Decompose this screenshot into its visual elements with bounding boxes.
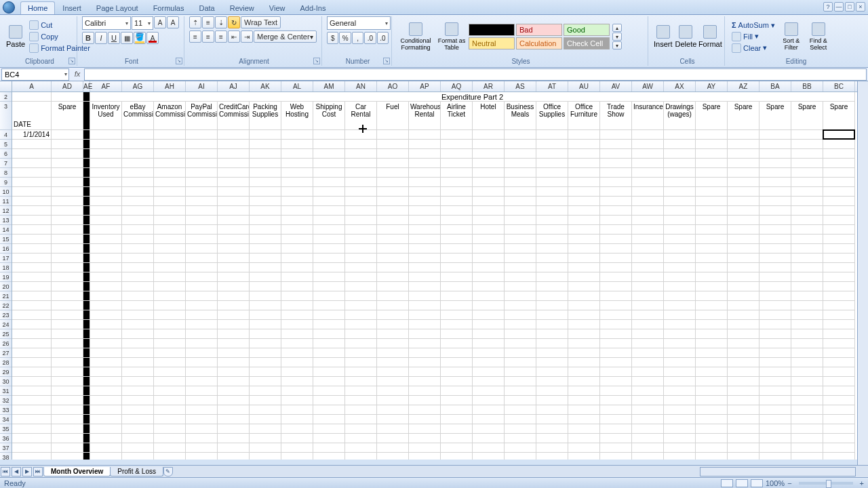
cell[interactable]: OfficeSupplies — [536, 102, 568, 130]
cell[interactable] — [186, 348, 218, 358]
cell[interactable] — [823, 272, 855, 282]
cell[interactable] — [536, 159, 568, 168]
align-left-button[interactable]: ≡ — [189, 30, 201, 43]
cell[interactable] — [90, 320, 122, 329]
cell[interactable] — [505, 424, 536, 434]
cell[interactable] — [281, 253, 313, 263]
cell[interactable] — [12, 434, 52, 443]
cell[interactable] — [568, 282, 600, 291]
cell[interactable] — [791, 348, 823, 358]
dec-decimal-button[interactable]: .0 — [377, 32, 389, 44]
cell[interactable] — [600, 453, 632, 460]
cell[interactable] — [83, 320, 90, 329]
cell[interactable] — [83, 263, 90, 272]
cell[interactable] — [122, 159, 154, 168]
cell[interactable] — [823, 301, 855, 310]
cell[interactable] — [154, 235, 186, 244]
cell[interactable] — [791, 272, 823, 282]
cell[interactable] — [441, 301, 473, 310]
cell[interactable] — [664, 130, 696, 140]
cell[interactable] — [632, 386, 664, 396]
cell[interactable] — [12, 348, 52, 358]
cell[interactable] — [83, 178, 90, 187]
cell[interactable] — [728, 235, 760, 244]
cell[interactable] — [154, 310, 186, 320]
cell[interactable] — [632, 206, 664, 216]
cell[interactable] — [313, 367, 345, 377]
cell[interactable] — [90, 235, 122, 244]
cell[interactable] — [728, 244, 760, 253]
cell[interactable] — [218, 367, 250, 377]
cell[interactable] — [568, 263, 600, 272]
cell[interactable] — [823, 159, 855, 168]
cell[interactable] — [760, 310, 791, 320]
sheet-tab[interactable]: Month Overview — [43, 467, 111, 476]
cell[interactable] — [696, 149, 728, 159]
cell[interactable]: AmazonCommission — [154, 102, 186, 130]
cell[interactable] — [218, 453, 250, 460]
cell[interactable] — [154, 424, 186, 434]
cell[interactable] — [313, 377, 345, 386]
cell[interactable] — [154, 320, 186, 329]
cell[interactable] — [90, 386, 122, 396]
merged-title[interactable]: Expenditure Part 2 — [90, 92, 855, 102]
cell[interactable] — [83, 235, 90, 244]
cell[interactable] — [12, 187, 52, 197]
cell[interactable] — [313, 140, 345, 149]
cell[interactable] — [728, 405, 760, 415]
cell[interactable] — [122, 140, 154, 149]
align-right-button[interactable]: ≡ — [215, 30, 227, 43]
cell[interactable] — [345, 405, 377, 415]
cell[interactable]: Spare — [823, 102, 855, 130]
cell[interactable] — [473, 282, 505, 291]
cell[interactable] — [760, 339, 791, 348]
cell[interactable] — [760, 272, 791, 282]
cell[interactable] — [823, 443, 855, 453]
page-break-view-button[interactable] — [751, 479, 763, 487]
cell[interactable] — [52, 453, 83, 460]
cell[interactable] — [313, 386, 345, 396]
cell[interactable] — [505, 348, 536, 358]
cell[interactable] — [409, 244, 441, 253]
cell[interactable] — [154, 130, 186, 140]
autosum-button[interactable]: Σ AutoSum ▾ — [730, 20, 777, 30]
cell[interactable] — [664, 187, 696, 197]
cell[interactable] — [728, 168, 760, 178]
cell[interactable] — [473, 348, 505, 358]
cell[interactable] — [281, 187, 313, 197]
row-header[interactable]: 37 — [0, 443, 12, 453]
cell[interactable] — [696, 130, 728, 140]
row-header[interactable]: 13 — [0, 216, 12, 225]
cell[interactable] — [536, 149, 568, 159]
cell[interactable] — [186, 187, 218, 197]
cell[interactable] — [281, 405, 313, 415]
cell[interactable] — [250, 377, 281, 386]
tab-nav-next[interactable]: ▶ — [22, 467, 32, 476]
cell[interactable] — [90, 140, 122, 149]
cell[interactable] — [154, 415, 186, 424]
cell[interactable] — [600, 443, 632, 453]
cell[interactable] — [696, 272, 728, 282]
cell[interactable] — [505, 339, 536, 348]
cell[interactable] — [12, 310, 52, 320]
cell[interactable] — [345, 348, 377, 358]
cell[interactable] — [186, 443, 218, 453]
cell[interactable] — [791, 206, 823, 216]
cell[interactable] — [696, 178, 728, 187]
cell[interactable] — [122, 272, 154, 282]
cell[interactable] — [90, 244, 122, 253]
zoom-in-button[interactable]: + — [860, 479, 864, 487]
cell[interactable] — [728, 291, 760, 301]
cell[interactable] — [52, 291, 83, 301]
cell[interactable] — [186, 329, 218, 339]
cell[interactable] — [441, 244, 473, 253]
cell[interactable] — [90, 253, 122, 263]
cell[interactable] — [760, 253, 791, 263]
cell[interactable] — [409, 225, 441, 235]
cell[interactable] — [664, 358, 696, 367]
cell[interactable] — [536, 453, 568, 460]
cell[interactable] — [154, 272, 186, 282]
conditional-formatting-button[interactable]: Conditional Formatting — [397, 17, 435, 56]
cell[interactable] — [505, 386, 536, 396]
cell[interactable] — [218, 415, 250, 424]
